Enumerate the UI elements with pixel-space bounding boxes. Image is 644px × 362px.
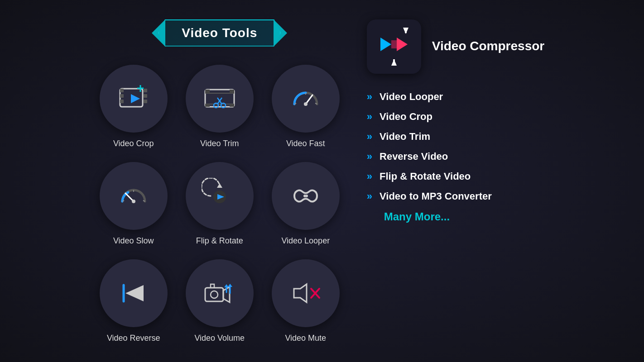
tool-video-reverse[interactable]: Video Reverse bbox=[100, 259, 168, 343]
feature-item-2[interactable]: » Video Trim bbox=[367, 131, 544, 143]
svg-marker-55 bbox=[391, 40, 397, 48]
tool-video-volume[interactable]: Video Volume bbox=[186, 259, 254, 343]
tool-circle-video-looper bbox=[272, 162, 340, 230]
svg-marker-9 bbox=[131, 94, 140, 103]
tool-label-video-fast: Video Fast bbox=[286, 139, 325, 148]
svg-point-37 bbox=[305, 195, 308, 197]
tool-video-fast[interactable]: Video Fast bbox=[272, 65, 340, 148]
feature-label-5: Video to MP3 Converter bbox=[380, 191, 492, 202]
tool-circle-video-fast bbox=[272, 65, 340, 133]
feature-label-3: Reverse Video bbox=[380, 151, 448, 162]
tool-label-video-volume: Video Volume bbox=[194, 333, 245, 343]
svg-marker-39 bbox=[125, 285, 144, 301]
svg-rect-40 bbox=[205, 288, 223, 301]
feature-list: » Video Looper » Video Crop » Video Trim… bbox=[367, 91, 544, 223]
feature-label-0: Video Looper bbox=[380, 91, 443, 103]
svg-marker-33 bbox=[217, 183, 222, 188]
svg-point-41 bbox=[211, 291, 218, 298]
svg-marker-46 bbox=[228, 284, 232, 287]
svg-rect-5 bbox=[120, 100, 124, 103]
title-banner: Video Tools bbox=[158, 19, 281, 47]
many-more-label: Many More... bbox=[384, 210, 450, 223]
svg-rect-4 bbox=[120, 94, 124, 98]
tool-circle-video-slow bbox=[100, 162, 168, 230]
tool-label-video-slow: Video Slow bbox=[113, 236, 154, 246]
svg-rect-17 bbox=[205, 104, 210, 107]
tool-circle-video-mute bbox=[272, 259, 340, 327]
chevron-icon-2: » bbox=[367, 131, 372, 143]
feature-item-0[interactable]: » Video Looper bbox=[367, 91, 544, 103]
app-promo[interactable]: Video Compressor bbox=[367, 19, 544, 74]
chevron-icon-1: » bbox=[367, 111, 372, 123]
feature-item-1[interactable]: » Video Crop bbox=[367, 111, 544, 123]
video-mute-icon bbox=[288, 275, 324, 311]
tool-video-crop[interactable]: Video Crop bbox=[100, 65, 168, 148]
tool-label-video-looper: Video Looper bbox=[281, 236, 330, 246]
tool-circle-video-volume bbox=[186, 259, 254, 327]
svg-marker-47 bbox=[294, 284, 307, 302]
video-trim-icon bbox=[202, 81, 238, 117]
feature-label-1: Video Crop bbox=[380, 111, 433, 123]
feature-label-2: Video Trim bbox=[380, 131, 430, 143]
tools-grid: Video Crop bbox=[100, 65, 340, 343]
feature-item-3[interactable]: » Reverse Video bbox=[367, 151, 544, 162]
tool-video-trim[interactable]: Video Trim bbox=[186, 65, 254, 148]
svg-marker-0 bbox=[152, 19, 165, 47]
video-looper-icon bbox=[288, 178, 324, 214]
feature-item-4[interactable]: » Flip & Rotate Video bbox=[367, 171, 544, 182]
tool-flip-rotate[interactable]: Flip & Rotate bbox=[186, 162, 254, 246]
feature-item-5[interactable]: » Video to MP3 Converter bbox=[367, 191, 544, 202]
flip-rotate-icon bbox=[202, 178, 238, 214]
chevron-icon-3: » bbox=[367, 151, 372, 162]
many-more-text[interactable]: Many More... bbox=[367, 210, 544, 223]
page-title: Video Tools bbox=[182, 26, 257, 40]
tool-label-video-trim: Video Trim bbox=[200, 139, 239, 148]
svg-point-24 bbox=[304, 102, 308, 106]
svg-rect-8 bbox=[144, 100, 147, 103]
feature-label-4: Flip & Rotate Video bbox=[380, 171, 471, 182]
app-icon bbox=[367, 19, 421, 74]
video-volume-icon bbox=[202, 275, 238, 311]
tool-circle-video-crop bbox=[100, 65, 168, 133]
svg-rect-16 bbox=[230, 90, 234, 93]
chevron-icon-5: » bbox=[367, 191, 372, 202]
banner-left-decoration bbox=[152, 19, 165, 47]
svg-marker-1 bbox=[274, 19, 287, 47]
video-crop-icon bbox=[115, 81, 152, 117]
main-container: Video Tools bbox=[82, 1, 562, 361]
tool-circle-video-trim bbox=[186, 65, 254, 133]
app-name: Video Compressor bbox=[432, 38, 544, 54]
svg-rect-7 bbox=[144, 94, 147, 98]
tool-video-looper[interactable]: Video Looper bbox=[272, 162, 340, 246]
svg-rect-15 bbox=[205, 90, 210, 93]
chevron-icon-4: » bbox=[367, 171, 372, 182]
svg-point-29 bbox=[132, 200, 135, 203]
tool-label-flip-rotate: Flip & Rotate bbox=[196, 236, 243, 246]
app-icon-graphic bbox=[371, 24, 417, 69]
right-panel: Video Compressor » Video Looper » Video … bbox=[367, 19, 544, 223]
left-panel: Video Tools bbox=[100, 19, 340, 343]
svg-rect-6 bbox=[144, 89, 147, 92]
video-fast-icon bbox=[288, 81, 324, 117]
chevron-icon-0: » bbox=[367, 91, 372, 103]
title-banner-bg: Video Tools bbox=[158, 19, 281, 47]
tool-circle-flip-rotate bbox=[186, 162, 254, 230]
svg-rect-18 bbox=[230, 104, 234, 107]
banner-right-decoration bbox=[274, 19, 287, 47]
video-reverse-icon bbox=[115, 275, 152, 311]
tool-label-video-crop: Video Crop bbox=[113, 139, 154, 148]
tool-video-mute[interactable]: Video Mute bbox=[272, 259, 340, 343]
svg-rect-3 bbox=[120, 89, 124, 92]
tool-label-video-reverse: Video Reverse bbox=[107, 333, 160, 343]
video-slow-icon bbox=[115, 178, 152, 214]
tool-video-slow[interactable]: Video Slow bbox=[100, 162, 168, 246]
tool-label-video-mute: Video Mute bbox=[285, 333, 326, 343]
tool-circle-video-reverse bbox=[100, 259, 168, 327]
